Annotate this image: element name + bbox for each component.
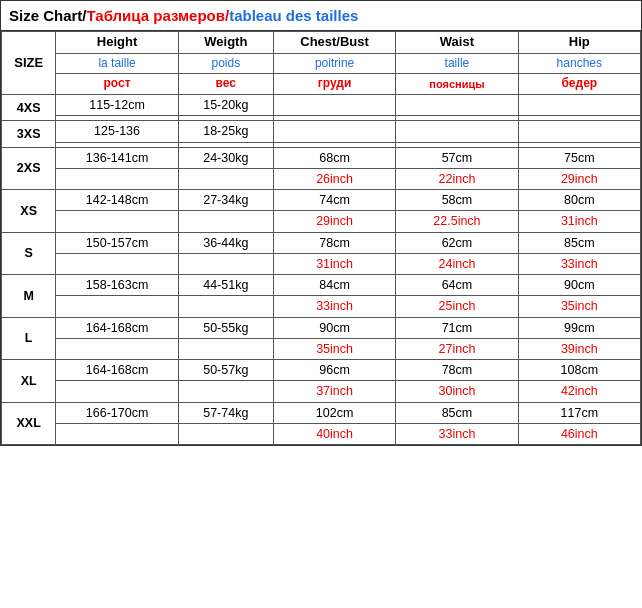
height-cm-cell: 136-141cm: [56, 147, 178, 168]
table-row: 2XS136-141cm24-30kg68cm57cm75cm: [2, 147, 641, 168]
weight-cm-cell: 24-30kg: [178, 147, 273, 168]
title-en: Size Chart/: [9, 7, 87, 24]
header-height-en: Height: [56, 32, 178, 54]
hip-inch-cell: 35inch: [518, 296, 640, 317]
weight-inch-cell: [178, 168, 273, 189]
table-row-inch: 26inch22inch29inch: [2, 168, 641, 189]
header-size: SIZE: [2, 32, 56, 95]
hip-cm-cell: 108cm: [518, 360, 640, 381]
header-waist-fr: taille: [396, 53, 518, 74]
size-cell: XS: [2, 190, 56, 233]
chest-inch-cell: 35inch: [273, 338, 395, 359]
weight-cm-cell: 50-55kg: [178, 317, 273, 338]
weight-inch-cell: [178, 423, 273, 444]
height-cm-cell: 164-168cm: [56, 360, 178, 381]
waist-cm-cell: 78cm: [396, 360, 518, 381]
table-row: XL164-168cm50-57kg96cm78cm108cm: [2, 360, 641, 381]
size-cell: 4XS: [2, 95, 56, 121]
chest-cm-cell: 96cm: [273, 360, 395, 381]
size-cell: 3XS: [2, 121, 56, 147]
waist-cm-cell: [396, 121, 518, 142]
height-inch-cell: [56, 253, 178, 274]
size-chart: Size Chart/Таблица размеров/tableau des …: [0, 0, 642, 446]
height-inch-cell: [56, 338, 178, 359]
weight-cm-cell: 36-44kg: [178, 232, 273, 253]
height-cm-cell: 150-157cm: [56, 232, 178, 253]
table-row-inch: 37inch30inch42inch: [2, 381, 641, 402]
header-chest-en: Chest/Bust: [273, 32, 395, 54]
hip-cm-cell: [518, 121, 640, 142]
header-row-fr: la taille poids poitrine taille hanches: [2, 53, 641, 74]
hip-cm-cell: 117cm: [518, 402, 640, 423]
chest-cm-cell: [273, 121, 395, 142]
header-weight-ru: вес: [178, 74, 273, 95]
table-row: L164-168cm50-55kg90cm71cm99cm: [2, 317, 641, 338]
header-chest-fr: poitrine: [273, 53, 395, 74]
waist-inch-cell: 25inch: [396, 296, 518, 317]
hip-inch-cell: 46inch: [518, 423, 640, 444]
hip-cm-cell: 85cm: [518, 232, 640, 253]
chest-cm-cell: 68cm: [273, 147, 395, 168]
height-inch-cell: [56, 211, 178, 232]
height-inch-cell: [56, 168, 178, 189]
hip-inch-cell: 29inch: [518, 168, 640, 189]
weight-inch-cell: [178, 296, 273, 317]
chest-inch-cell: 40inch: [273, 423, 395, 444]
chest-cm-cell: 102cm: [273, 402, 395, 423]
header-row-ru: рост вес груди поясницы бедер: [2, 74, 641, 95]
weight-inch-cell: [178, 338, 273, 359]
hip-cm-cell: 75cm: [518, 147, 640, 168]
height-inch-cell: [56, 423, 178, 444]
height-cm-cell: 164-168cm: [56, 317, 178, 338]
hip-cm-cell: 90cm: [518, 275, 640, 296]
weight-cm-cell: 18-25kg: [178, 121, 273, 142]
chest-inch-cell: 29inch: [273, 211, 395, 232]
title-ru: Таблица размеров/: [87, 7, 230, 24]
table-row-inch: 31inch24inch33inch: [2, 253, 641, 274]
size-cell: L: [2, 317, 56, 360]
hip-cm-cell: 80cm: [518, 190, 640, 211]
chest-inch-cell: 33inch: [273, 296, 395, 317]
table-row: M158-163cm44-51kg84cm64cm90cm: [2, 275, 641, 296]
size-cell: S: [2, 232, 56, 275]
size-cell: M: [2, 275, 56, 318]
weight-inch-cell: [178, 381, 273, 402]
chest-cm-cell: [273, 95, 395, 116]
table-row-inch: 40inch33inch46inch: [2, 423, 641, 444]
weight-cm-cell: 44-51kg: [178, 275, 273, 296]
header-chest-ru: груди: [273, 74, 395, 95]
chest-inch-cell: 37inch: [273, 381, 395, 402]
weight-cm-cell: 15-20kg: [178, 95, 273, 116]
weight-cm-cell: 27-34kg: [178, 190, 273, 211]
height-cm-cell: 166-170cm: [56, 402, 178, 423]
table-row-inch: 35inch27inch39inch: [2, 338, 641, 359]
waist-inch-cell: 22.5inch: [396, 211, 518, 232]
header-hip-ru: бедер: [518, 74, 640, 95]
header-weight-en: Weigth: [178, 32, 273, 54]
header-hip-en: Hip: [518, 32, 640, 54]
weight-cm-cell: 57-74kg: [178, 402, 273, 423]
table-row-inch: 33inch25inch35inch: [2, 296, 641, 317]
weight-cm-cell: 50-57kg: [178, 360, 273, 381]
height-cm-cell: 115-12cm: [56, 95, 178, 116]
table-row: XXL166-170cm57-74kg102cm85cm117cm: [2, 402, 641, 423]
table-row-inch: 29inch22.5inch31inch: [2, 211, 641, 232]
waist-inch-cell: 33inch: [396, 423, 518, 444]
hip-inch-cell: 33inch: [518, 253, 640, 274]
header-height-fr: la taille: [56, 53, 178, 74]
table-row: XS142-148cm27-34kg74cm58cm80cm: [2, 190, 641, 211]
weight-inch-cell: [178, 211, 273, 232]
header-weight-fr: poids: [178, 53, 273, 74]
table-body: 4XS115-12cm15-20kg3XS125-13618-25kg2XS13…: [2, 95, 641, 445]
chest-cm-cell: 90cm: [273, 317, 395, 338]
hip-inch-cell: 31inch: [518, 211, 640, 232]
waist-cm-cell: 62cm: [396, 232, 518, 253]
hip-cm-cell: 99cm: [518, 317, 640, 338]
hip-inch-cell: 39inch: [518, 338, 640, 359]
table-row: S150-157cm36-44kg78cm62cm85cm: [2, 232, 641, 253]
waist-inch-cell: 22inch: [396, 168, 518, 189]
size-table: SIZE Height Weigth Chest/Bust Waist Hip …: [1, 31, 641, 445]
header-hip-fr: hanches: [518, 53, 640, 74]
height-cm-cell: 125-136: [56, 121, 178, 142]
height-cm-cell: 158-163cm: [56, 275, 178, 296]
